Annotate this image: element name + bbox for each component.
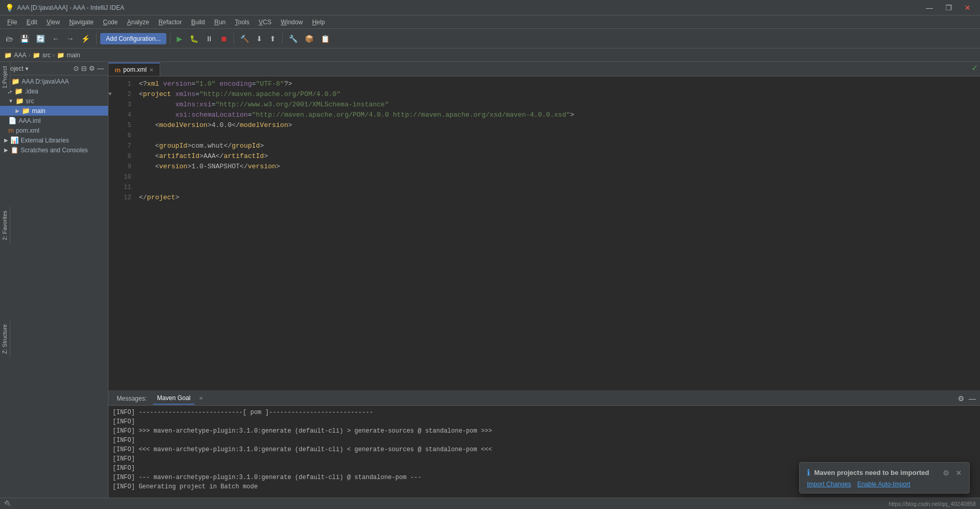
- line-num-8: 8: [116, 151, 136, 162]
- toolbar-save[interactable]: 💾: [18, 33, 32, 44]
- enable-auto-import-link[interactable]: Enable Auto-Import: [857, 481, 910, 488]
- console-line-3: [INFO] >>> maven-archetype-plugin:3.1.0:…: [113, 426, 976, 436]
- toolbar-update[interactable]: ⬇: [254, 33, 265, 44]
- code-line-11: 11: [108, 182, 980, 193]
- menu-navigate[interactable]: Navigate: [65, 18, 98, 27]
- toolbar-debug[interactable]: 🐛: [187, 33, 201, 44]
- tree-folder-icon-root: 📁: [11, 77, 20, 85]
- maximize-button[interactable]: ❐: [941, 3, 956, 13]
- tree-arrow-scratches: ▶: [4, 147, 8, 153]
- menu-tools[interactable]: Tools: [231, 18, 254, 27]
- toolbar-back[interactable]: ←: [50, 33, 62, 44]
- title-bar-title: AAA [D:\java\AAA] - AAA - IntelliJ IDEA: [17, 4, 124, 11]
- toolbar-open-folder[interactable]: 🗁: [3, 33, 15, 44]
- tree-item-scratches[interactable]: ▶ 📋 Scratches and Consoles: [0, 145, 108, 155]
- sidebar-settings-icon[interactable]: ⚙: [89, 65, 95, 72]
- sidebar: Project ▾ ⊙ ⊟ ⚙ — ▼ 📁 AAA D:\java\AAA ▶ …: [0, 62, 108, 509]
- toolbar-settings[interactable]: 🔧: [286, 33, 300, 44]
- tree-item-aaa-root[interactable]: ▼ 📁 AAA D:\java\AAA: [0, 76, 108, 86]
- toolbar-run[interactable]: ▶: [174, 33, 185, 44]
- sidebar-scope-icon[interactable]: ⊙: [73, 65, 79, 72]
- tree-item-src[interactable]: ▼ 📁 src: [0, 96, 108, 106]
- left-edge-tabs: 1:Project: [0, 62, 10, 92]
- minimize-button[interactable]: —: [922, 3, 937, 13]
- bottom-panel-minimize[interactable]: —: [969, 394, 976, 403]
- menu-code[interactable]: Code: [99, 18, 122, 27]
- title-bar-controls: — ❐ ✕: [922, 3, 975, 13]
- menu-vcs[interactable]: VCS: [255, 18, 276, 27]
- tree-item-main[interactable]: ▶ 📁 main: [0, 106, 108, 116]
- fold-gutter-4: [108, 110, 116, 120]
- vtab-favorites[interactable]: 2: Favorites: [0, 206, 10, 244]
- menu-analyze[interactable]: Analyze: [123, 18, 153, 27]
- menu-file[interactable]: File: [3, 18, 21, 27]
- sidebar-collapse-icon[interactable]: ⊟: [81, 65, 87, 72]
- toolbar-upload[interactable]: ⬆: [267, 33, 278, 44]
- console-line-1: [INFO] ----------------------------[ pom…: [113, 408, 976, 417]
- menu-run[interactable]: Run: [210, 18, 230, 27]
- status-text: 🔌: [4, 500, 11, 507]
- status-bar: 🔌 https://blog.csdn.net/qq_40240858: [0, 498, 980, 509]
- tree-label-pom: pom.xml: [16, 127, 39, 134]
- menu-refactor[interactable]: Refactor: [154, 18, 186, 27]
- pom-tab-close[interactable]: ✕: [149, 67, 153, 73]
- line-content-11: [136, 182, 980, 193]
- line-content-3: xmlns:xsi="http://www.w3.org/2001/XMLSch…: [136, 100, 980, 110]
- toolbar-stop[interactable]: ⏹: [217, 33, 230, 44]
- menu-help[interactable]: Help: [308, 18, 329, 27]
- code-line-5: 5 <modelVersion>4.0.0</modelVersion>: [108, 120, 980, 131]
- breadcrumb-sep-1: ›: [28, 52, 30, 59]
- fold-gutter-7: [108, 141, 116, 151]
- toolbar-separator-1: [96, 33, 97, 44]
- vtab-structure[interactable]: Z: Structure: [0, 320, 10, 358]
- editor-tab-pom[interactable]: m pom.xml ✕: [108, 62, 160, 76]
- menu-window[interactable]: Window: [276, 18, 307, 27]
- toolbar-run-with-coverage[interactable]: ⏸: [203, 33, 215, 44]
- tree-arrow-libs: ▶: [4, 137, 8, 143]
- tree-item-aaa-iml[interactable]: 📄 AAA.iml: [0, 116, 108, 125]
- bottom-tab-messages[interactable]: Messages:: [113, 393, 151, 404]
- line-num-7: 7: [116, 141, 136, 151]
- line-num-5: 5: [116, 120, 136, 131]
- menu-build[interactable]: Build: [187, 18, 209, 27]
- breadcrumb-src-icon: 📁: [33, 52, 40, 59]
- toolbar: 🗁 💾 🔄 ← → ⚡ Add Configuration... ▶ 🐛 ⏸ ⏹…: [0, 29, 980, 49]
- tree-item-idea[interactable]: ▶ 📁 .idea: [0, 86, 108, 96]
- line-num-4: 4: [116, 110, 136, 120]
- import-changes-link[interactable]: Import Changes: [807, 481, 851, 488]
- toolbar-separator-3: [234, 33, 234, 44]
- main-area: Project ▾ ⊙ ⊟ ⚙ — ▼ 📁 AAA D:\java\AAA ▶ …: [0, 62, 980, 509]
- toolbar-package[interactable]: 📦: [302, 33, 316, 44]
- breadcrumb-aaa[interactable]: AAA: [14, 52, 26, 59]
- toolbar-run-recent[interactable]: ⚡: [79, 33, 92, 44]
- breadcrumb: 📁 AAA › 📁 src › 📁 main: [0, 49, 980, 62]
- toolbar-forward[interactable]: →: [64, 33, 76, 44]
- line-num-6: 6: [116, 131, 136, 141]
- menu-view[interactable]: View: [42, 18, 64, 27]
- code-line-1: 1 <?xml version="1.0" encoding="UTF-8"?>: [108, 79, 980, 89]
- code-line-6: 6: [108, 131, 980, 141]
- toolbar-sync[interactable]: 🔄: [34, 33, 48, 44]
- close-button[interactable]: ✕: [960, 3, 975, 13]
- bottom-panel-settings[interactable]: ⚙: [958, 394, 965, 403]
- line-num-12: 12: [116, 193, 136, 203]
- fold-gutter-2: ▼: [108, 89, 116, 100]
- maven-goal-tab-close[interactable]: ✕: [199, 395, 203, 401]
- toolbar-more[interactable]: 📋: [318, 33, 332, 44]
- notification-settings-icon[interactable]: ⚙: [943, 469, 950, 477]
- editor-tabs: m pom.xml ✕: [108, 62, 980, 76]
- menu-edit[interactable]: Edit: [22, 18, 41, 27]
- tree-scratches-icon: 📋: [10, 146, 19, 154]
- toolbar-build[interactable]: 🔨: [238, 33, 252, 44]
- sidebar-minimize-icon[interactable]: —: [97, 65, 104, 72]
- breadcrumb-main[interactable]: main: [67, 52, 80, 59]
- add-configuration-button[interactable]: Add Configuration...: [100, 33, 166, 44]
- bottom-tab-maven-goal[interactable]: Maven Goal: [153, 392, 195, 405]
- tree-item-external-libs[interactable]: ▶ 📊 External Libraries: [0, 135, 108, 145]
- line-num-10: 10: [116, 172, 136, 182]
- tree-item-pom[interactable]: m pom.xml: [0, 125, 108, 135]
- notification-close-button[interactable]: ✕: [956, 469, 962, 477]
- editor-content[interactable]: 1 <?xml version="1.0" encoding="UTF-8"?>…: [108, 76, 980, 390]
- sidebar-vtab-project[interactable]: 1:Project: [0, 62, 9, 92]
- breadcrumb-src[interactable]: src: [42, 52, 51, 59]
